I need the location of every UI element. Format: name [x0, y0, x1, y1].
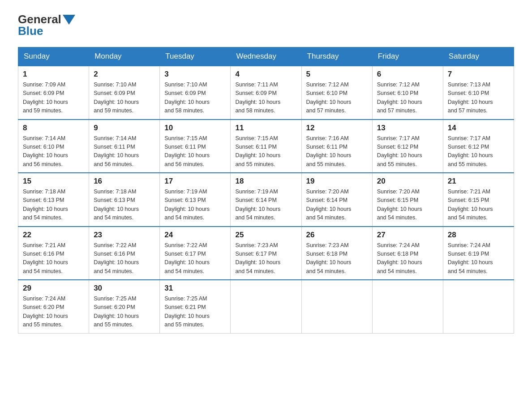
day-header-sunday: Sunday	[18, 47, 89, 66]
calendar-cell: 30Sunrise: 7:25 AMSunset: 6:20 PMDayligh…	[89, 280, 160, 333]
calendar-cell: 24Sunrise: 7:22 AMSunset: 6:17 PMDayligh…	[160, 227, 231, 280]
day-info: Sunrise: 7:11 AMSunset: 6:09 PMDaylight:…	[235, 81, 296, 116]
week-row-5: 29Sunrise: 7:24 AMSunset: 6:20 PMDayligh…	[18, 280, 514, 333]
calendar-cell: 29Sunrise: 7:24 AMSunset: 6:20 PMDayligh…	[18, 280, 89, 333]
calendar-cell: 11Sunrise: 7:15 AMSunset: 6:11 PMDayligh…	[231, 120, 301, 173]
day-info: Sunrise: 7:24 AMSunset: 6:18 PMDaylight:…	[377, 241, 438, 276]
day-number: 8	[23, 124, 84, 133]
day-number: 26	[306, 231, 368, 240]
logo-blue-text: Blue	[18, 24, 43, 38]
calendar-cell: 7Sunrise: 7:13 AMSunset: 6:10 PMDaylight…	[443, 66, 514, 120]
day-number: 27	[377, 231, 438, 240]
week-row-2: 8Sunrise: 7:14 AMSunset: 6:10 PMDaylight…	[18, 120, 514, 173]
day-number: 6	[377, 70, 438, 79]
day-header-saturday: Saturday	[443, 47, 514, 66]
week-row-1: 1Sunrise: 7:09 AMSunset: 6:09 PMDaylight…	[18, 66, 514, 120]
day-number: 31	[164, 284, 226, 293]
calendar-cell: 9Sunrise: 7:14 AMSunset: 6:11 PMDaylight…	[89, 120, 160, 173]
calendar-cell: 12Sunrise: 7:16 AMSunset: 6:11 PMDayligh…	[301, 120, 372, 173]
calendar-cell: 3Sunrise: 7:10 AMSunset: 6:09 PMDaylight…	[160, 66, 231, 120]
calendar-cell: 31Sunrise: 7:25 AMSunset: 6:21 PMDayligh…	[160, 280, 231, 333]
calendar-cell: 16Sunrise: 7:18 AMSunset: 6:13 PMDayligh…	[89, 173, 160, 227]
day-info: Sunrise: 7:25 AMSunset: 6:21 PMDaylight:…	[164, 295, 226, 330]
day-header-tuesday: Tuesday	[160, 47, 231, 66]
calendar-cell	[443, 280, 514, 333]
week-row-4: 22Sunrise: 7:21 AMSunset: 6:16 PMDayligh…	[18, 227, 514, 280]
day-info: Sunrise: 7:25 AMSunset: 6:20 PMDaylight:…	[94, 295, 155, 330]
day-header-thursday: Thursday	[301, 47, 372, 66]
calendar-cell	[372, 280, 443, 333]
calendar-cell: 18Sunrise: 7:19 AMSunset: 6:14 PMDayligh…	[231, 173, 301, 227]
calendar-cell: 10Sunrise: 7:15 AMSunset: 6:11 PMDayligh…	[160, 120, 231, 173]
day-number: 22	[23, 231, 84, 240]
calendar-cell: 2Sunrise: 7:10 AMSunset: 6:09 PMDaylight…	[89, 66, 160, 120]
day-info: Sunrise: 7:18 AMSunset: 6:13 PMDaylight:…	[23, 188, 84, 223]
day-info: Sunrise: 7:12 AMSunset: 6:10 PMDaylight:…	[306, 81, 368, 116]
calendar-cell	[301, 280, 372, 333]
day-info: Sunrise: 7:14 AMSunset: 6:10 PMDaylight:…	[23, 134, 84, 169]
day-info: Sunrise: 7:21 AMSunset: 6:16 PMDaylight:…	[23, 241, 84, 276]
day-info: Sunrise: 7:21 AMSunset: 6:15 PMDaylight:…	[448, 188, 509, 223]
day-info: Sunrise: 7:15 AMSunset: 6:11 PMDaylight:…	[235, 134, 296, 169]
day-info: Sunrise: 7:23 AMSunset: 6:17 PMDaylight:…	[235, 241, 296, 276]
day-number: 10	[164, 124, 226, 133]
day-info: Sunrise: 7:20 AMSunset: 6:15 PMDaylight:…	[377, 188, 438, 223]
day-info: Sunrise: 7:20 AMSunset: 6:14 PMDaylight:…	[306, 188, 368, 223]
day-number: 20	[377, 177, 438, 186]
day-info: Sunrise: 7:10 AMSunset: 6:09 PMDaylight:…	[94, 81, 155, 116]
calendar-cell: 19Sunrise: 7:20 AMSunset: 6:14 PMDayligh…	[301, 173, 372, 227]
day-info: Sunrise: 7:09 AMSunset: 6:09 PMDaylight:…	[23, 81, 84, 116]
day-header-monday: Monday	[89, 47, 160, 66]
day-number: 15	[23, 177, 84, 186]
calendar-cell: 6Sunrise: 7:12 AMSunset: 6:10 PMDaylight…	[372, 66, 443, 120]
calendar-cell: 28Sunrise: 7:24 AMSunset: 6:19 PMDayligh…	[443, 227, 514, 280]
calendar-table: SundayMondayTuesdayWednesdayThursdayFrid…	[18, 47, 514, 334]
day-number: 28	[448, 231, 509, 240]
calendar-cell: 5Sunrise: 7:12 AMSunset: 6:10 PMDaylight…	[301, 66, 372, 120]
day-info: Sunrise: 7:19 AMSunset: 6:13 PMDaylight:…	[164, 188, 226, 223]
day-info: Sunrise: 7:24 AMSunset: 6:20 PMDaylight:…	[23, 295, 84, 330]
day-number: 23	[94, 231, 155, 240]
calendar-cell: 15Sunrise: 7:18 AMSunset: 6:13 PMDayligh…	[18, 173, 89, 227]
calendar-cell: 23Sunrise: 7:22 AMSunset: 6:16 PMDayligh…	[89, 227, 160, 280]
calendar-cell: 4Sunrise: 7:11 AMSunset: 6:09 PMDaylight…	[231, 66, 301, 120]
calendar-cell: 13Sunrise: 7:17 AMSunset: 6:12 PMDayligh…	[372, 120, 443, 173]
day-number: 5	[306, 70, 368, 79]
day-info: Sunrise: 7:24 AMSunset: 6:19 PMDaylight:…	[448, 241, 509, 276]
day-number: 12	[306, 124, 368, 133]
day-number: 13	[377, 124, 438, 133]
day-number: 3	[164, 70, 226, 79]
day-number: 19	[306, 177, 368, 186]
day-info: Sunrise: 7:18 AMSunset: 6:13 PMDaylight:…	[94, 188, 155, 223]
calendar-cell: 1Sunrise: 7:09 AMSunset: 6:09 PMDaylight…	[18, 66, 89, 120]
week-row-3: 15Sunrise: 7:18 AMSunset: 6:13 PMDayligh…	[18, 173, 514, 227]
calendar-cell: 27Sunrise: 7:24 AMSunset: 6:18 PMDayligh…	[372, 227, 443, 280]
day-info: Sunrise: 7:12 AMSunset: 6:10 PMDaylight:…	[377, 81, 438, 116]
day-number: 7	[448, 70, 509, 79]
calendar-cell: 8Sunrise: 7:14 AMSunset: 6:10 PMDaylight…	[18, 120, 89, 173]
day-info: Sunrise: 7:10 AMSunset: 6:09 PMDaylight:…	[164, 81, 226, 116]
day-number: 17	[164, 177, 226, 186]
day-info: Sunrise: 7:23 AMSunset: 6:18 PMDaylight:…	[306, 241, 368, 276]
day-info: Sunrise: 7:22 AMSunset: 6:16 PMDaylight:…	[94, 241, 155, 276]
day-number: 24	[164, 231, 226, 240]
calendar-cell: 21Sunrise: 7:21 AMSunset: 6:15 PMDayligh…	[443, 173, 514, 227]
day-info: Sunrise: 7:15 AMSunset: 6:11 PMDaylight:…	[164, 134, 226, 169]
day-number: 9	[94, 124, 155, 133]
day-header-friday: Friday	[372, 47, 443, 66]
day-number: 25	[235, 231, 296, 240]
day-info: Sunrise: 7:17 AMSunset: 6:12 PMDaylight:…	[448, 134, 509, 169]
calendar-cell: 22Sunrise: 7:21 AMSunset: 6:16 PMDayligh…	[18, 227, 89, 280]
day-number: 2	[94, 70, 155, 79]
day-number: 18	[235, 177, 296, 186]
page-header: General Blue	[18, 13, 514, 38]
calendar-cell: 14Sunrise: 7:17 AMSunset: 6:12 PMDayligh…	[443, 120, 514, 173]
day-info: Sunrise: 7:16 AMSunset: 6:11 PMDaylight:…	[306, 134, 368, 169]
day-info: Sunrise: 7:22 AMSunset: 6:17 PMDaylight:…	[164, 241, 226, 276]
day-number: 11	[235, 124, 296, 133]
day-number: 21	[448, 177, 509, 186]
calendar-cell: 26Sunrise: 7:23 AMSunset: 6:18 PMDayligh…	[301, 227, 372, 280]
day-header-wednesday: Wednesday	[231, 47, 301, 66]
day-info: Sunrise: 7:17 AMSunset: 6:12 PMDaylight:…	[377, 134, 438, 169]
logo-triangle-icon	[63, 15, 75, 25]
